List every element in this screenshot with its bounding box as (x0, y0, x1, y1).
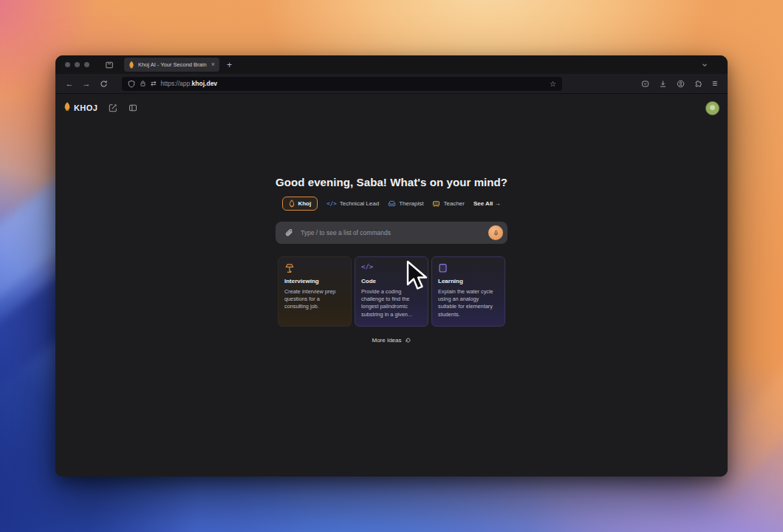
voice-message-button[interactable] (488, 225, 503, 240)
suggestion-cards-row: Interviewing Create interview prep quest… (55, 256, 728, 327)
browser-window: Khoj AI - Your Second Brain × + ← → ⇄ ht… (55, 55, 728, 477)
browser-toolbar: ← → ⇄ https://app.khoj.dev ☆ (55, 74, 728, 94)
chat-input[interactable] (301, 229, 481, 236)
browser-tab-khoj[interactable]: Khoj AI - Your Second Brain × (124, 58, 219, 72)
card-body: Create interview prep questions for a co… (284, 288, 345, 311)
account-icon[interactable] (677, 80, 685, 88)
close-window-button[interactable] (65, 62, 70, 67)
mouse-cursor (406, 260, 429, 296)
url-text: https://app.khoj.dev (161, 80, 218, 87)
window-controls (65, 62, 89, 67)
url-prefix: https://app. (161, 80, 192, 87)
card-title: Interviewing (284, 278, 345, 284)
khoj-app-page: KHOJ Good evening, Saba! What's on your … (55, 94, 728, 477)
khoj-lantern-icon (289, 200, 295, 208)
lamp-icon (284, 263, 345, 274)
khoj-wordmark: KHOJ (74, 103, 98, 112)
agent-pill-label: Teacher (443, 200, 464, 207)
card-title: Learning (438, 278, 499, 284)
agent-pill-label: Therapist (399, 200, 423, 207)
book-icon (438, 263, 499, 274)
agent-pill-khoj[interactable]: Khoj (282, 197, 318, 211)
extensions-icon[interactable] (694, 80, 702, 88)
agent-pills-row: Khoj </> Technical Lead Therapist Teache… (55, 197, 728, 211)
code-icon: </> (326, 200, 337, 207)
bookmark-star-icon[interactable]: ☆ (550, 80, 556, 88)
pocket-icon[interactable] (641, 80, 649, 88)
tab-title: Khoj AI - Your Second Brain (138, 61, 208, 68)
downloads-icon[interactable] (659, 80, 667, 88)
see-all-agents-link[interactable]: See All → (473, 200, 501, 207)
tracking-protection-shield-icon[interactable] (128, 80, 135, 88)
tab-favicon-khoj-icon (129, 58, 134, 72)
browser-tab-bar: Khoj AI - Your Second Brain × + (55, 55, 728, 74)
attach-file-icon[interactable] (284, 228, 293, 237)
back-button[interactable]: ← (63, 79, 76, 88)
more-ideas-button[interactable]: More Ideas (55, 337, 728, 344)
tab-overview-icon[interactable] (105, 61, 114, 69)
list-all-tabs-icon[interactable] (701, 61, 708, 69)
agent-pill-technical-lead[interactable]: </> Technical Lead (326, 200, 379, 207)
address-bar[interactable]: ⇄ https://app.khoj.dev ☆ (122, 77, 562, 91)
tab-close-icon[interactable]: × (211, 61, 215, 68)
lock-icon[interactable] (140, 80, 146, 87)
agent-pill-therapist[interactable]: Therapist (388, 200, 423, 207)
agent-pill-label: Technical Lead (340, 200, 379, 207)
reload-button[interactable] (97, 80, 110, 88)
chat-input-bar[interactable] (276, 222, 507, 244)
refresh-icon (405, 337, 411, 344)
card-body: Explain the water cycle using an analogy… (438, 288, 499, 318)
new-chat-icon[interactable] (109, 103, 117, 112)
zoom-window-button[interactable] (84, 62, 89, 67)
agent-pill-teacher[interactable]: Teacher (432, 200, 464, 208)
sidebar-toggle-icon[interactable] (129, 103, 137, 112)
suggestion-card-interviewing[interactable]: Interviewing Create interview prep quest… (278, 256, 352, 327)
blackboard-icon (432, 200, 440, 208)
greeting-heading: Good evening, Saba! What's on your mind? (55, 176, 728, 188)
user-avatar[interactable] (705, 101, 719, 115)
switch-protocol-icon: ⇄ (151, 80, 157, 87)
more-ideas-label: More Ideas (372, 337, 401, 344)
minimize-window-button[interactable] (75, 62, 80, 67)
new-tab-button[interactable]: + (227, 61, 232, 69)
menu-icon[interactable]: ≡ (712, 79, 717, 88)
toolbar-right-icons: ≡ (641, 79, 720, 88)
khoj-logo[interactable]: KHOJ (64, 101, 98, 115)
agent-pill-label: Khoj (298, 200, 311, 207)
couch-icon (388, 200, 396, 207)
suggestion-card-learning[interactable]: Learning Explain the water cycle using a… (431, 256, 505, 327)
url-domain: khoj.dev (192, 80, 217, 87)
khoj-lantern-icon (64, 101, 71, 115)
see-all-label: See All → (473, 200, 501, 207)
app-header: KHOJ (55, 94, 728, 122)
forward-button[interactable]: → (80, 79, 93, 88)
